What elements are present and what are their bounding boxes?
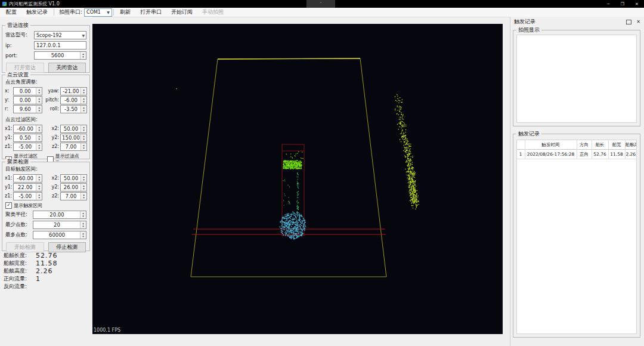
spin-down-icon[interactable]: ▾ — [82, 225, 84, 228]
close-radar-button[interactable]: 关闭雷达 — [48, 63, 86, 73]
spin-arrows: ▴▾ — [36, 134, 42, 141]
maximize-button[interactable]: ❐ — [615, 0, 630, 8]
field-label: x2: — [42, 126, 60, 131]
app-icon — [2, 2, 7, 6]
dock-float-icon[interactable] — [626, 20, 631, 24]
spinbox[interactable]: 7.00▴▾ — [60, 143, 87, 151]
spin-down-icon[interactable]: ▾ — [83, 196, 85, 199]
spin-arrows: ▴▾ — [36, 175, 42, 182]
spin-down-icon[interactable]: ▾ — [82, 235, 84, 238]
menu-config[interactable]: 配置 — [1, 8, 21, 17]
min-points-value: 20 — [33, 222, 86, 228]
port-spinbox[interactable]: 5600 ▴▾ — [34, 51, 86, 60]
spin-down-icon[interactable]: ▾ — [82, 55, 84, 58]
spinbox[interactable]: 150.00▴▾ — [60, 134, 87, 142]
checkbox-label: 显示触发区间 — [14, 202, 42, 209]
pointcloud-viewport[interactable]: 1000.1 FPS — [92, 24, 503, 334]
stop-detect-button[interactable]: 停止检测 — [48, 242, 86, 252]
spinbox[interactable]: -21.00▴▾ — [60, 87, 87, 95]
spin-row: x:0.00▴▾yaw:-21.00▴▾ — [5, 87, 87, 95]
photo-port-value: COM1 — [86, 10, 101, 15]
group-title: 雷达连接 — [5, 22, 30, 28]
col-ship-length: 船长 — [592, 140, 608, 150]
radar-model-label: 雷达型号: — [5, 32, 34, 39]
spin-down-icon[interactable]: ▾ — [38, 178, 40, 181]
spinbox[interactable]: 50.00▴▾ — [60, 174, 87, 183]
trigger-rows: x1:-60.00▴▾x2:50.00▴▾y1:22.00▴▾y2:26.00▴… — [2, 174, 89, 200]
photo-port-combo[interactable]: COM1 ▼ — [84, 8, 112, 17]
spinbox[interactable]: 50.00▴▾ — [60, 125, 87, 133]
spinbox[interactable]: -5.00▴▾ — [13, 143, 42, 151]
menu-trigger-record[interactable]: 触发记录 — [21, 8, 52, 17]
field-label: x: — [5, 88, 13, 94]
spin-arrows: ▴▾ — [80, 221, 86, 228]
menu-start-subscribe[interactable]: 开始订阅 — [166, 8, 197, 17]
start-detect-button[interactable]: 开始检测 — [6, 242, 44, 252]
cell-ship-length: 52.76 — [592, 150, 608, 159]
spinbox[interactable]: -6.00▴▾ — [60, 96, 87, 104]
combo-arrow-icon: ▼ — [82, 33, 85, 38]
field-label: x1: — [5, 126, 13, 131]
spin-down-icon[interactable]: ▾ — [83, 109, 85, 112]
spin-down-icon[interactable]: ▾ — [83, 178, 85, 181]
menu-manual-photo[interactable]: 手动拍照 — [197, 8, 228, 17]
cell-direction: 正向 — [577, 150, 592, 159]
spin-down-icon[interactable]: ▾ — [83, 138, 85, 141]
ship-stats: 船舶长度:52.76 船舶宽度:11.58 船舷高度:2.26 正向流量:1 反… — [4, 252, 91, 291]
spin-down-icon[interactable]: ▾ — [38, 129, 40, 132]
spinbox[interactable]: -3.50▴▾ — [60, 105, 87, 113]
dock-close-icon[interactable]: ✕ — [636, 19, 640, 24]
group-title: 触发记录 — [516, 131, 541, 137]
photo-display-area — [516, 35, 637, 123]
menu-refresh[interactable]: 刷新 — [115, 8, 135, 17]
spin-arrows: ▴▾ — [36, 184, 42, 191]
spin-down-icon[interactable]: ▾ — [83, 100, 85, 103]
field-label: r: — [5, 106, 13, 112]
spinbox[interactable]: -60.00▴▾ — [13, 174, 42, 183]
max-points-spinbox[interactable]: 60000 ▴▾ — [33, 231, 86, 239]
titlebar-drop-tab[interactable]: ˅ — [306, 0, 335, 8]
spin-down-icon[interactable]: ▾ — [83, 129, 85, 132]
spin-down-icon[interactable]: ▾ — [83, 147, 85, 150]
radar-model-combo[interactable]: Scope-192 ▼ — [34, 31, 86, 39]
spinbox[interactable]: 0.00▴▾ — [13, 87, 42, 95]
angle-adjust-label: 点云角度调整: — [5, 79, 86, 86]
cluster-radius-spinbox[interactable]: 20.00 ▴▾ — [33, 211, 86, 219]
window-controls: ─ ❐ ✕ — [601, 0, 644, 8]
spin-down-icon[interactable]: ▾ — [38, 109, 40, 112]
spinbox[interactable]: 7.00▴▾ — [60, 192, 87, 200]
spin-down-icon[interactable]: ▾ — [83, 187, 85, 190]
spin-down-icon[interactable]: ▾ — [83, 91, 85, 94]
spinbox[interactable]: 22.00▴▾ — [13, 183, 42, 191]
minimize-button[interactable]: ─ — [601, 0, 615, 8]
spin-down-icon[interactable]: ▾ — [38, 187, 40, 190]
forward-flow-label: 正向流量: — [4, 275, 36, 283]
min-points-spinbox[interactable]: 20 ▴▾ — [33, 221, 86, 229]
spinbox[interactable]: 9.60▴▾ — [13, 105, 42, 113]
spinbox[interactable]: 26.00▴▾ — [60, 183, 87, 191]
spin-row: y1:22.00▴▾y2:26.00▴▾ — [5, 183, 87, 191]
spin-down-icon[interactable]: ▾ — [38, 100, 40, 103]
spin-row: z1:-5.00▴▾z2:7.00▴▾ — [5, 143, 87, 150]
table-row[interactable]: 1 2022/08/26-17:56:28 正向 52.76 11.58 2.2… — [517, 150, 636, 159]
spinbox[interactable]: 0.00▴▾ — [13, 96, 42, 104]
spin-down-icon[interactable]: ▾ — [38, 138, 40, 141]
menu-bar: 配置 触发记录 拍照串口: COM1 ▼ 刷新 打开串口 开始订阅 手动拍照 — [0, 8, 644, 17]
spin-down-icon[interactable]: ▾ — [82, 215, 84, 218]
spinbox[interactable]: -5.00▴▾ — [13, 192, 42, 200]
spin-down-icon[interactable]: ▾ — [38, 147, 40, 150]
spin-down-icon[interactable]: ▾ — [38, 91, 40, 94]
spin-down-icon[interactable]: ▾ — [38, 196, 40, 199]
menu-open-port[interactable]: 打开串口 — [135, 8, 166, 17]
trigger-records-table[interactable]: 触发时间 方向 船长 船宽 船舷高 1 2022/08/26-17:56:28 … — [516, 140, 637, 334]
ip-value: 127.0.0.1 — [36, 42, 61, 48]
trigger-records-group: 触发记录 触发时间 方向 船长 船宽 船舷高 1 2022/08/26-17:5… — [513, 134, 640, 338]
spinbox[interactable]: 0.50▴▾ — [13, 134, 42, 142]
close-button[interactable]: ✕ — [630, 0, 644, 8]
spinbox[interactable]: -60.00▴▾ — [13, 125, 42, 133]
lidar-scene — [92, 24, 503, 334]
field-label: pitch: — [42, 97, 60, 103]
angle-rows: x:0.00▴▾yaw:-21.00▴▾y:0.00▴▾pitch:-6.00▴… — [2, 87, 89, 113]
show-trigger-region-checkbox[interactable]: ✓ — [5, 202, 12, 209]
ip-field[interactable]: 127.0.0.1 — [34, 41, 86, 50]
